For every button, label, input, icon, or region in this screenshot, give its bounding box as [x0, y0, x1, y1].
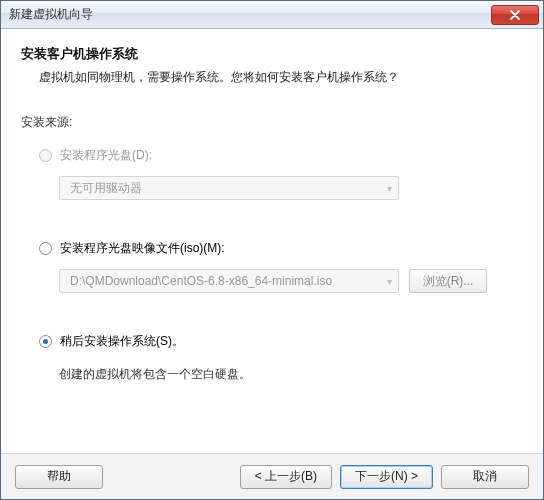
- page-subheading: 虚拟机如同物理机，需要操作系统。您将如何安装客户机操作系统？: [39, 69, 523, 86]
- disc-drive-dropdown: 无可用驱动器 ▾: [59, 176, 399, 200]
- radio-iso-label: 安装程序光盘映像文件(iso)(M):: [60, 240, 225, 257]
- radio-later-label: 稍后安装操作系统(S)。: [60, 333, 184, 350]
- later-hint: 创建的虚拟机将包含一个空白硬盘。: [59, 366, 523, 383]
- iso-row: D:\QMDownload\CentOS-6.8-x86_64-minimal.…: [59, 269, 523, 293]
- content-area: 安装客户机操作系统 虚拟机如同物理机，需要操作系统。您将如何安装客户机操作系统？…: [1, 29, 543, 453]
- radio-iso[interactable]: [39, 242, 52, 255]
- iso-path-input: D:\QMDownload\CentOS-6.8-x86_64-minimal.…: [59, 269, 399, 293]
- page-heading: 安装客户机操作系统: [21, 45, 523, 63]
- radio-later[interactable]: [39, 335, 52, 348]
- iso-path-value: D:\QMDownload\CentOS-6.8-x86_64-minimal.…: [70, 274, 332, 288]
- radio-disc: [39, 149, 52, 162]
- next-button[interactable]: 下一步(N) >: [340, 465, 433, 489]
- help-button[interactable]: 帮助: [15, 465, 103, 489]
- back-button[interactable]: < 上一步(B): [240, 465, 332, 489]
- close-icon: [509, 10, 521, 20]
- radio-option-later[interactable]: 稍后安装操作系统(S)。: [39, 333, 523, 350]
- chevron-down-icon: ▾: [387, 276, 392, 287]
- radio-disc-label: 安装程序光盘(D):: [60, 147, 152, 164]
- chevron-down-icon: ▾: [387, 183, 392, 194]
- wizard-window: 新建虚拟机向导 安装客户机操作系统 虚拟机如同物理机，需要操作系统。您将如何安装…: [0, 0, 544, 500]
- install-source-label: 安装来源:: [21, 114, 523, 131]
- radio-option-iso[interactable]: 安装程序光盘映像文件(iso)(M):: [39, 240, 523, 257]
- cancel-button[interactable]: 取消: [441, 465, 529, 489]
- footer: 帮助 < 上一步(B) 下一步(N) > 取消: [1, 453, 543, 499]
- browse-button: 浏览(R)...: [409, 269, 487, 293]
- window-title: 新建虚拟机向导: [9, 6, 491, 23]
- disc-drive-value: 无可用驱动器: [70, 180, 142, 197]
- titlebar: 新建虚拟机向导: [1, 1, 543, 29]
- close-button[interactable]: [491, 5, 539, 25]
- radio-option-disc: 安装程序光盘(D):: [39, 147, 523, 164]
